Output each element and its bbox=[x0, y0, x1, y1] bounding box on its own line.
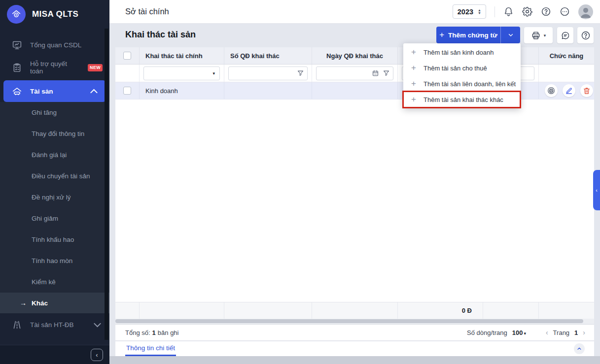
submenu-item-tinh-khau-hao[interactable]: Tính khấu hao bbox=[0, 229, 109, 250]
total-unit: bản ghi bbox=[158, 329, 179, 336]
help-button[interactable] bbox=[541, 6, 551, 17]
sidebar-collapse-button[interactable]: ‹ bbox=[91, 349, 103, 361]
cell-decision-date bbox=[312, 82, 398, 99]
person-icon bbox=[578, 4, 593, 19]
horizontal-scrollbar[interactable] bbox=[115, 319, 594, 324]
submenu-label: Tính khấu hao bbox=[32, 236, 74, 243]
page-help-button[interactable] bbox=[577, 27, 594, 43]
submenu-label: Thay đổi thông tin bbox=[32, 130, 84, 137]
sidebar-item-assets[interactable]: Tài sản bbox=[3, 80, 106, 102]
filter-funnel-icon[interactable] bbox=[383, 69, 390, 77]
notifications-button[interactable] bbox=[503, 6, 514, 17]
filter-decision-no-input[interactable] bbox=[229, 67, 307, 80]
table-row[interactable]: Kinh doanh bbox=[115, 82, 594, 99]
row-actions bbox=[545, 84, 593, 97]
prev-page-button[interactable]: ‹ bbox=[546, 329, 548, 336]
sidebar-item-label: Hỗ trợ quyết toán bbox=[30, 60, 78, 75]
menu-item-add-rental-asset[interactable]: + Thêm tài sản cho thuê bbox=[403, 60, 521, 76]
edit-pencil-icon bbox=[565, 87, 573, 95]
calendar-icon[interactable] bbox=[372, 69, 379, 77]
page-number: 1 bbox=[574, 329, 578, 336]
submenu-item-kiem-ke[interactable]: Kiểm kê bbox=[0, 271, 109, 293]
help-icon bbox=[541, 6, 551, 17]
print-button[interactable]: ▾ bbox=[524, 27, 553, 43]
page-title: Khai thác tài sản bbox=[125, 30, 196, 40]
year-value: 2023 bbox=[458, 8, 473, 16]
submenu-item-ghi-tang[interactable]: Ghi tăng bbox=[0, 102, 109, 123]
add-document-label: Thêm chứng từ bbox=[448, 32, 497, 39]
table-summary-row: 0 Đ bbox=[115, 302, 594, 319]
sidebar-item-support[interactable]: Hỗ trợ quyết toán NEW bbox=[0, 56, 109, 79]
topbar-actions: 2023 ▲▼ bbox=[453, 4, 600, 19]
sidebar-nav: Tổng quan CSDL Hỗ trợ quyết toán NEW Tài… bbox=[0, 29, 109, 336]
more-button[interactable] bbox=[560, 6, 570, 17]
column-header-decision-no[interactable]: Số QĐ khai thác bbox=[224, 47, 312, 64]
side-panel-handle[interactable]: ‹ bbox=[593, 170, 600, 210]
year-selector[interactable]: 2023 ▲▼ bbox=[453, 4, 486, 19]
menu-item-add-joint-venture-asset[interactable]: + Thêm tài sản liên doanh, liên kết bbox=[403, 76, 521, 92]
menu-item-add-business-asset[interactable]: + Thêm tài sản kinh doanh bbox=[403, 44, 521, 60]
submenu-item-dieu-chuyen-tai-san[interactable]: Điều chuyển tài sản bbox=[0, 165, 109, 187]
submenu-item-tinh-hao-mon[interactable]: Tính hao mòn bbox=[0, 250, 109, 271]
bottom-strip bbox=[109, 356, 600, 364]
sidebar-item-label: Tài sản bbox=[30, 88, 53, 95]
current-item-arrow-icon: → bbox=[20, 299, 27, 307]
chevron-left-icon: ‹ bbox=[96, 351, 98, 359]
plus-icon: + bbox=[411, 79, 417, 89]
submenu-label: Điều chuyển tài sản bbox=[32, 172, 90, 180]
user-avatar[interactable] bbox=[578, 4, 593, 19]
feedback-button[interactable] bbox=[557, 27, 573, 43]
app-window: MISA QLTS Tổng quan CSDL Hỗ trợ quyết to… bbox=[0, 0, 600, 364]
submenu-label: Đề nghị xử lý bbox=[32, 194, 71, 201]
add-document-split-button[interactable]: + Thêm chứng từ bbox=[436, 27, 520, 43]
scrollbar-thumb[interactable] bbox=[115, 319, 583, 323]
sidebar-scrollbar[interactable] bbox=[105, 29, 108, 340]
cell-financial: Kinh doanh bbox=[140, 82, 224, 99]
dashboard-icon bbox=[12, 40, 22, 50]
submenu-item-danh-gia-lai[interactable]: Đánh giá lại bbox=[0, 144, 109, 165]
sidebar-item-label: Tổng quan CSDL bbox=[30, 41, 81, 49]
add-document-menu: + Thêm tài sản kinh doanh + Thêm tài sản… bbox=[403, 43, 521, 108]
plus-icon: + bbox=[411, 47, 417, 57]
add-document-button[interactable]: + Thêm chứng từ bbox=[436, 27, 500, 43]
select-all-checkbox[interactable] bbox=[123, 52, 131, 60]
submenu-label: Ghi tăng bbox=[32, 109, 57, 116]
settings-button[interactable] bbox=[522, 6, 532, 17]
add-document-dropdown-toggle[interactable] bbox=[500, 27, 520, 43]
row-delete-button[interactable] bbox=[580, 84, 593, 97]
filter-funnel-icon[interactable] bbox=[297, 69, 304, 77]
column-header-decision-date[interactable]: Ngày QĐ khai thác bbox=[312, 47, 398, 64]
app-title: MISA QLTS bbox=[32, 9, 78, 19]
plus-icon: + bbox=[411, 95, 417, 104]
assets-submenu: Ghi tăng Thay đổi thông tin Đánh giá lại… bbox=[0, 102, 109, 313]
menu-item-label: Thêm tài sản liên doanh, liên kết bbox=[424, 80, 516, 88]
clipboard-icon bbox=[12, 63, 22, 73]
submenu-item-de-nghi-xu-ly[interactable]: Đề nghị xử lý bbox=[0, 187, 109, 208]
column-header-financial[interactable]: Khai thác tài chính bbox=[140, 47, 224, 64]
new-badge: NEW bbox=[88, 64, 103, 71]
chevron-up-icon bbox=[89, 86, 99, 97]
submenu-item-ghi-giam[interactable]: Ghi giảm bbox=[0, 208, 109, 229]
submenu-item-khac[interactable]: → Khác bbox=[0, 293, 109, 313]
table-filter-row: ▾ bbox=[115, 65, 594, 82]
tab-detail-info[interactable]: Thông tin chi tiết bbox=[125, 341, 176, 356]
row-edit-button[interactable] bbox=[563, 84, 575, 97]
row-print-button[interactable] bbox=[545, 84, 558, 97]
sidebar-item-overview[interactable]: Tổng quan CSDL bbox=[0, 33, 109, 56]
row-checkbox[interactable] bbox=[123, 87, 131, 95]
menu-item-add-other-exploitation-asset[interactable]: + Thêm tài sản khai thác khác bbox=[403, 92, 521, 107]
topbar: Sở tài chính 2023 ▲▼ bbox=[109, 0, 600, 24]
menu-item-label: Thêm tài sản cho thuê bbox=[424, 65, 487, 72]
app-logo[interactable]: MISA QLTS bbox=[0, 0, 109, 29]
year-spinner-icon[interactable]: ▲▼ bbox=[478, 9, 481, 15]
submenu-item-thay-doi-thong-tin[interactable]: Thay đổi thông tin bbox=[0, 123, 109, 144]
plus-icon: + bbox=[439, 30, 444, 40]
rows-per-page-select[interactable]: 100▾ bbox=[512, 329, 526, 336]
next-page-button[interactable]: › bbox=[583, 329, 585, 336]
caret-down-icon: ▾ bbox=[524, 331, 526, 336]
filter-financial-select[interactable]: ▾ bbox=[143, 66, 220, 80]
sidebar-item-assets-htdb[interactable]: Tài sản HT-ĐB bbox=[0, 313, 109, 336]
chevron-left-icon: ‹ bbox=[596, 187, 598, 193]
sidebar-footer: ‹ bbox=[0, 345, 109, 364]
detail-panel-collapse-button[interactable] bbox=[574, 343, 585, 354]
